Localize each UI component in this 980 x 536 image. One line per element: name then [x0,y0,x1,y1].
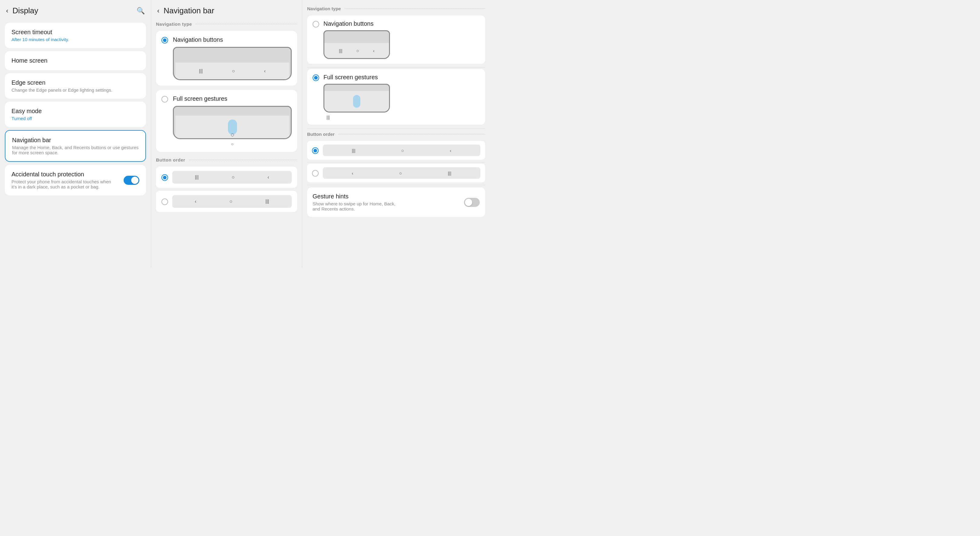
right-full-screen-content: Full screen gestures ||| [323,74,390,120]
right-nav-mockup-inner: ||| ○ ‹ [325,43,389,58]
right-bo-bar-1: ||| ○ ‹ [323,145,480,156]
easy-mode-title: Easy mode [11,108,139,115]
gesture-hints-title: Gesture hints [313,193,403,200]
right-bo-radio-2[interactable] [312,170,318,177]
button-order-option-1[interactable]: ||| ○ ‹ [156,167,297,188]
gesture-hints-item[interactable]: Gesture hints Show where to swipe up for… [307,188,485,217]
setting-item-easy-mode[interactable]: Easy mode Turned off [5,102,146,127]
navigation-bar-subtitle: Manage the Home, Back, and Recents butto… [12,145,139,155]
middle-page-title: Navigation bar [164,6,214,16]
search-icon[interactable]: 🔍 [137,7,145,15]
right-full-screen-radio[interactable] [313,74,319,81]
button-order-bar-1: ||| ○ ‹ [172,171,292,183]
screen-timeout-title: Screen timeout [11,29,139,36]
right-bo-icon-back-1: ‹ [450,148,451,153]
right-bo-icon-recents-1: ||| [352,148,355,153]
gesture-hints-text: Gesture hints Show where to swipe up for… [313,193,403,211]
right-nav-icon-recents: ||| [339,48,342,53]
edge-screen-subtitle: Change the Edge panels or Edge lighting … [11,88,139,93]
panel-left: ‹ Display 🔍 Screen timeout After 10 minu… [0,0,151,268]
right-nav-type-label: Navigation type [307,6,485,11]
divider-4 [307,185,485,185]
setting-item-screen-timeout[interactable]: Screen timeout After 10 minutes of inact… [5,23,146,48]
accidental-touch-title: Accidental touch protection [11,171,114,178]
button-order-radio-2[interactable] [161,198,168,205]
nav-type-label: Navigation type [156,21,297,27]
right-full-screen-option[interactable]: Full screen gestures ||| [307,69,485,124]
accidental-touch-text: Accidental touch protection Protect your… [11,171,114,189]
button-order-option-2[interactable]: ‹ ○ ||| [156,191,297,212]
full-screen-title: Full screen gestures [173,95,292,102]
right-nav-icon-home: ○ [356,48,359,53]
back-arrow-icon[interactable]: ‹ [6,7,8,15]
right-bo-icon-back-2: ‹ [352,171,353,176]
right-button-order-section: Button order ||| ○ ‹ ‹ ○ ||| [307,132,485,182]
home-screen-title: Home screen [11,57,139,64]
gesture-circle-icon: ○ [173,142,292,147]
setting-item-edge-screen[interactable]: Edge screen Change the Edge panels or Ed… [5,73,146,99]
gesture-inner [175,116,289,138]
setting-item-navigation-bar[interactable]: Navigation bar Manage the Home, Back, an… [5,130,146,162]
right-nav-buttons-radio[interactable] [313,21,319,27]
full-screen-radio[interactable] [161,96,168,102]
right-gesture-bottom-icon: ||| [323,115,390,120]
right-nav-buttons-option[interactable]: Navigation buttons ||| ○ ‹ [307,16,485,64]
right-full-screen-title: Full screen gestures [323,74,390,81]
right-button-order-label: Button order [307,132,485,137]
button-order-section: Button order ||| ○ ‹ ‹ ○ ||| [156,157,297,212]
right-bo-radio-1[interactable] [312,147,318,154]
left-header: ‹ Display 🔍 [5,6,146,16]
navigation-bar-title: Navigation bar [12,137,139,144]
accidental-touch-subtitle: Protect your phone from accidental touch… [11,179,114,189]
divider-3 [307,162,485,163]
nav-buttons-title: Navigation buttons [173,36,292,43]
right-nav-icon-back: ‹ [373,48,374,53]
right-bo-icon-home-2: ○ [399,171,402,176]
bo-icon-recents-1: ||| [195,174,199,180]
right-nav-mockup: ||| ○ ‹ [323,30,390,59]
button-order-bar-2: ‹ ○ ||| [172,195,292,208]
setting-item-home-screen[interactable]: Home screen [5,51,146,70]
bo-icon-back-2: ‹ [195,199,196,204]
panel-right: Navigation type Navigation buttons ||| ○… [302,0,490,268]
right-bo-bar-2: ‹ ○ ||| [323,167,480,179]
nav-buttons-option[interactable]: Navigation buttons ||| ○ ‹ [156,31,297,86]
page-title: Display [13,6,38,16]
bo-icon-home-2: ○ [229,199,232,204]
gesture-hints-toggle[interactable] [464,198,480,207]
easy-mode-subtitle: Turned off [11,116,139,121]
gesture-pill [228,120,237,135]
right-bo-icon-home-1: ○ [401,148,404,153]
right-button-order-option-1[interactable]: ||| ○ ‹ [307,141,485,160]
right-bo-icon-recents-2: ||| [448,171,451,176]
gesture-dot [231,133,234,136]
divider-1 [307,67,485,68]
middle-header: ‹ Navigation bar [156,6,297,16]
nav-buttons-mockup: ||| ○ ‹ [173,47,292,80]
setting-item-accidental-touch[interactable]: Accidental touch protection Protect your… [5,165,146,195]
full-screen-mockup [173,106,292,139]
right-gesture-inner [325,91,389,112]
bo-icon-back-1: ‹ [267,174,269,180]
right-nav-buttons-content: Navigation buttons ||| ○ ‹ [323,20,390,59]
accidental-touch-toggle[interactable] [124,176,139,185]
nav-icon-back: ‹ [264,69,266,74]
bo-icon-recents-2: ||| [266,199,269,204]
edge-screen-title: Edge screen [11,79,139,86]
divider-2 [307,128,485,129]
right-button-order-option-2[interactable]: ‹ ○ ||| [307,164,485,182]
panel-middle: ‹ Navigation bar Navigation type Navigat… [151,0,302,268]
right-full-screen-mockup [323,84,390,113]
button-order-label: Button order [156,157,297,163]
full-screen-option[interactable]: Full screen gestures ○ [156,90,297,152]
nav-buttons-content: Navigation buttons ||| ○ ‹ [173,36,292,80]
nav-buttons-mockup-inner: ||| ○ ‹ [175,62,289,79]
nav-buttons-radio[interactable] [161,37,168,43]
nav-icon-recents: ||| [199,69,202,74]
button-order-radio-1[interactable] [161,174,168,181]
middle-back-icon[interactable]: ‹ [157,7,159,15]
full-screen-content: Full screen gestures ○ [173,95,292,147]
bo-icon-home-1: ○ [232,174,235,180]
nav-icon-home: ○ [232,69,235,74]
left-header-left: ‹ Display [6,6,38,16]
